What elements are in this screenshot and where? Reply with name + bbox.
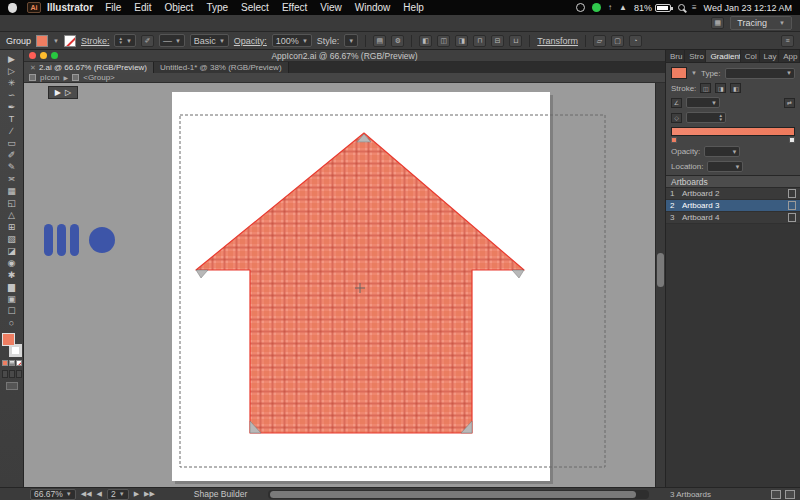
align-left-icon[interactable]: ◧: [419, 35, 432, 47]
tab-untitled1[interactable]: Untitled-1* @ 38% (RGB/Preview): [154, 62, 289, 73]
zoom-tool[interactable]: ○: [2, 317, 22, 329]
stroke-color-swatch[interactable]: [64, 35, 76, 47]
lasso-tool[interactable]: ∽: [2, 89, 22, 101]
notification-center-icon[interactable]: ≡: [692, 3, 697, 12]
vertical-scrollbar[interactable]: [655, 83, 665, 487]
paint-color-button[interactable]: [2, 360, 8, 366]
artboard-row-2[interactable]: 2 Artboard 3: [666, 200, 800, 212]
menu-file[interactable]: File: [105, 2, 121, 13]
selection-tool-mini-icon[interactable]: ▶: [55, 88, 61, 97]
stroke-weight-field[interactable]: ▲▼▼: [114, 34, 135, 47]
tab-color[interactable]: Col: [741, 50, 760, 62]
selection-tool[interactable]: ▶: [2, 53, 22, 65]
tab-stroke[interactable]: Stro: [685, 50, 706, 62]
previous-artboard-button[interactable]: ◀: [97, 490, 102, 498]
tab-layers[interactable]: Lay: [760, 50, 780, 62]
blue-bar-shape[interactable]: [70, 224, 79, 256]
arrange-documents-icon[interactable]: ▦: [711, 17, 724, 29]
pen-tool[interactable]: ✒: [2, 101, 22, 113]
blue-bar-shape[interactable]: [57, 224, 66, 256]
blue-circle-shape[interactable]: [89, 227, 115, 253]
tab-appicon2[interactable]: ✕ 2.ai @ 66.67% (RGB/Preview): [24, 62, 154, 73]
app-menu-illustrator[interactable]: Illustrator: [47, 2, 93, 13]
fill-proxy-swatch[interactable]: [2, 333, 15, 346]
align-bottom-icon[interactable]: ⊔: [509, 35, 522, 47]
brush-dropdown[interactable]: Basic ▼: [190, 34, 229, 47]
artboard-name[interactable]: Artboard 4: [682, 213, 784, 222]
paint-none-button[interactable]: [16, 360, 22, 366]
status-green-icon[interactable]: [592, 3, 601, 12]
free-transform-tool[interactable]: ▦: [2, 185, 22, 197]
menu-object[interactable]: Object: [164, 2, 193, 13]
direct-selection-tool-mini-icon[interactable]: ▷: [65, 88, 71, 97]
tab-close-icon[interactable]: ✕: [30, 64, 36, 72]
gradient-swatch[interactable]: [671, 67, 687, 79]
artboard-name[interactable]: Artboard 2: [682, 189, 784, 198]
mesh-tool[interactable]: ⊞: [2, 221, 22, 233]
artboard-name[interactable]: Artboard 3: [682, 201, 784, 210]
eyedropper-tool[interactable]: ◪: [2, 245, 22, 257]
artboard-row-1[interactable]: 1 Artboard 2: [666, 188, 800, 200]
zoom-field[interactable]: 66.67% ▼: [30, 489, 76, 500]
perspective-grid-tool[interactable]: △: [2, 209, 22, 221]
draw-inside-button[interactable]: [16, 370, 22, 378]
apple-logo-icon[interactable]: [8, 3, 17, 13]
artboard-nav-field[interactable]: 2 ▼: [107, 489, 129, 500]
align-right-icon[interactable]: ◨: [455, 35, 468, 47]
tearoff-selection-tools[interactable]: ▶ ▷: [48, 86, 78, 99]
tab-brushes[interactable]: Bru: [666, 50, 685, 62]
draw-behind-button[interactable]: [9, 370, 15, 378]
fill-color-swatch[interactable]: [36, 35, 48, 47]
gradient-angle-field[interactable]: ▼: [686, 97, 720, 108]
reverse-gradient-icon[interactable]: ⇄: [784, 98, 795, 108]
type-tool[interactable]: T: [2, 113, 22, 125]
menu-view[interactable]: View: [320, 2, 342, 13]
paintbrush-tool[interactable]: ✐: [2, 149, 22, 161]
close-window-button[interactable]: [29, 52, 36, 59]
stroke-across-icon[interactable]: ◧: [730, 83, 741, 93]
stroke-within-icon[interactable]: ◫: [700, 83, 711, 93]
symbol-sprayer-tool[interactable]: ✱: [2, 269, 22, 281]
paint-gradient-button[interactable]: [9, 360, 15, 366]
canvas-viewport[interactable]: ▶ ▷: [24, 83, 655, 487]
align-center-icon[interactable]: ◫: [437, 35, 450, 47]
rectangle-tool[interactable]: ▭: [2, 137, 22, 149]
menu-help[interactable]: Help: [403, 2, 424, 13]
horizontal-scrollbar[interactable]: [268, 490, 649, 499]
artboard-row-3[interactable]: 3 Artboard 4: [666, 212, 800, 224]
delete-artboard-icon[interactable]: [785, 490, 795, 499]
transform-link[interactable]: Transform: [537, 36, 578, 46]
gradient-swatch-chevron-icon[interactable]: ▼: [691, 70, 697, 76]
canvas[interactable]: [24, 83, 655, 487]
blend-tool[interactable]: ◉: [2, 257, 22, 269]
blue-bar-shape[interactable]: [44, 224, 53, 256]
variable-width-dropdown[interactable]: —▼: [159, 34, 185, 47]
direct-selection-tool[interactable]: ▷: [2, 65, 22, 77]
stroke-link[interactable]: Stroke:: [81, 36, 110, 46]
artboards-panel-header[interactable]: Artboards: [666, 176, 800, 188]
breadcrumb-group[interactable]: <Group>: [83, 73, 115, 82]
breadcrumb-layer[interactable]: pIcon: [40, 73, 60, 82]
brush-definition-icon[interactable]: ✐: [141, 35, 154, 47]
isolate-icon[interactable]: ▢: [611, 35, 624, 47]
minimize-window-button[interactable]: [40, 52, 47, 59]
artboard-page-icon[interactable]: [788, 189, 796, 198]
vertical-scrollbar-thumb[interactable]: [657, 253, 664, 287]
artboard-page-icon[interactable]: [788, 201, 796, 210]
stroke-along-icon[interactable]: ◨: [715, 83, 726, 93]
sync-up-icon[interactable]: ↑: [608, 3, 612, 12]
gradient-stop-right[interactable]: [789, 137, 795, 143]
preferences-icon[interactable]: ⚙: [391, 35, 404, 47]
shape-mode-icon[interactable]: ▱: [593, 35, 606, 47]
new-artboard-icon[interactable]: [771, 490, 781, 499]
document-setup-icon[interactable]: ▤: [373, 35, 386, 47]
opacity-field[interactable]: 100% ▼: [272, 34, 312, 47]
opacity-link[interactable]: Opacity:: [234, 36, 267, 46]
align-top-icon[interactable]: ⊓: [473, 35, 486, 47]
panel-menu-icon[interactable]: ≡: [781, 35, 794, 47]
hand-tool[interactable]: ☐: [2, 305, 22, 317]
align-middle-icon[interactable]: ⊟: [491, 35, 504, 47]
width-tool[interactable]: ≍: [2, 173, 22, 185]
spotlight-icon[interactable]: [678, 4, 685, 11]
eject-icon[interactable]: ▲: [619, 3, 627, 12]
